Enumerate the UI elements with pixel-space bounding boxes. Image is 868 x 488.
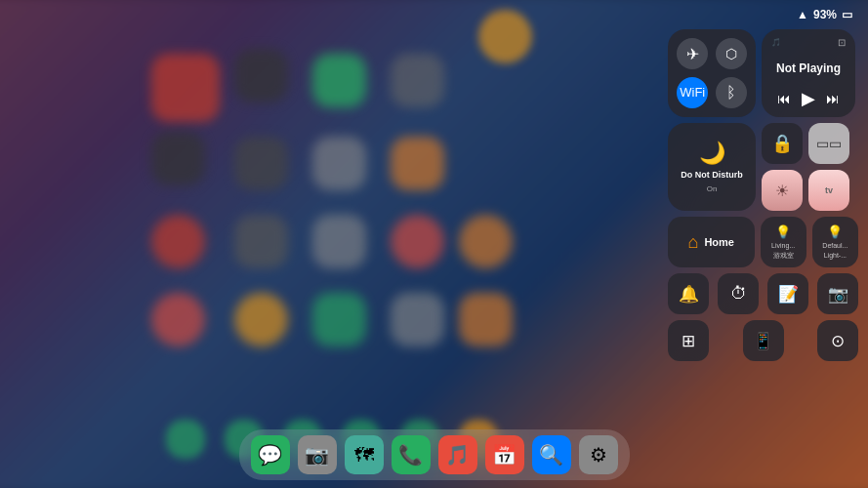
scene1-tile[interactable]: 💡 Living...游戏室 — [761, 217, 806, 267]
home-label: Home — [704, 236, 734, 248]
do-not-disturb-tile[interactable]: 🌙 Do Not Disturb On — [668, 123, 756, 211]
apple-tv-icon: tv — [825, 185, 833, 195]
record-icon: ⊙ — [831, 331, 845, 351]
battery-icon: ▭ — [842, 8, 852, 21]
qr-icon: ⊞ — [682, 331, 695, 351]
brightness-icon: ☀ — [775, 182, 789, 200]
cellular-hotspot-button[interactable]: ⬡ — [716, 38, 747, 69]
dock-item-calendar[interactable]: 📅 — [485, 435, 524, 474]
screen-lock-mirror-row: 🔒 ▭▭ — [762, 123, 855, 164]
brightness-slider[interactable]: ☀ — [762, 170, 803, 211]
now-playing-tile[interactable]: 🎵 ⊡ Not Playing ⏮ ▶ ⏭ — [762, 29, 855, 117]
phone-icon: 📞 — [398, 443, 423, 467]
calendar-icon: 📅 — [492, 443, 517, 467]
mirror-icon: ▭▭ — [816, 136, 842, 151]
control-center: ✈ ⬡ WiFi ᛒ 🎵 ⊡ Not Playing ⏮ ▶ ⏭ — [668, 29, 858, 361]
cc-row-3: ⌂ Home 💡 Living...游戏室 💡 Defaul...Light-.… — [668, 217, 858, 267]
dock-item-maps[interactable]: 🗺 — [345, 435, 384, 474]
battery-percentage: 93% — [813, 8, 837, 21]
note-icon: 📝 — [778, 284, 799, 305]
dnd-status: On — [707, 184, 718, 193]
next-button[interactable]: ⏭ — [826, 91, 840, 106]
clock-icon: ⏱ — [730, 284, 747, 304]
camera-button[interactable]: 📷 — [817, 273, 858, 314]
dnd-label: Do Not Disturb — [681, 170, 743, 182]
now-playing-header: 🎵 ⊡ — [771, 37, 846, 48]
lock-icon: 🔒 — [771, 133, 793, 154]
scene2-icon: 💡 — [827, 224, 843, 239]
screen-record-button[interactable]: ⊙ — [817, 320, 858, 361]
bell-icon: 🔔 — [679, 284, 699, 305]
scene1-label: Living...游戏室 — [771, 241, 795, 259]
hotspot-icon: ⬡ — [725, 46, 737, 61]
dock-item-search[interactable]: 🔍 — [532, 435, 571, 474]
now-playing-title: Not Playing — [771, 48, 846, 88]
now-playing-controls: ⏮ ▶ ⏭ — [771, 88, 846, 109]
home-tile[interactable]: ⌂ Home — [668, 217, 755, 267]
scene2-tile[interactable]: 💡 Defaul...Light-... — [812, 217, 858, 267]
connectivity-tile[interactable]: ✈ ⬡ WiFi ᛒ — [668, 29, 756, 117]
cc-row-5: ⊞ 📱 ⊙ — [668, 320, 858, 361]
camera-icon: 📷 — [828, 284, 848, 305]
messages-icon: 💬 — [258, 443, 282, 467]
right-col: 🔒 ▭▭ ☀ tv — [762, 123, 855, 211]
cc-row-1: ✈ ⬡ WiFi ᛒ 🎵 ⊡ Not Playing ⏮ ▶ ⏭ — [668, 29, 858, 117]
home-icon: ⌂ — [688, 232, 699, 253]
scene2-label: Defaul...Light-... — [822, 241, 847, 259]
remote-icon: 📱 — [753, 331, 773, 351]
previous-button[interactable]: ⏮ — [777, 91, 791, 106]
apple-tv-button[interactable]: tv — [808, 170, 849, 211]
bluetooth-icon: ᛒ — [726, 84, 736, 102]
dock-item-settings[interactable]: ⚙ — [579, 435, 618, 474]
maps-icon: 🗺 — [354, 444, 374, 467]
qr-scanner-button[interactable]: ⊞ — [668, 320, 709, 361]
settings-icon: ⚙ — [590, 443, 607, 467]
cc-row-4: 🔔 ⏱ 📝 📷 — [668, 273, 858, 314]
wifi-icon: WiFi — [680, 85, 705, 100]
play-pause-button[interactable]: ▶ — [802, 88, 815, 109]
wifi-status-icon: ▲ — [797, 8, 808, 21]
dock-item-music[interactable]: 🎵 — [438, 435, 477, 474]
airplane-mode-button[interactable]: ✈ — [677, 38, 708, 69]
alarm-button[interactable]: 🔔 — [668, 273, 709, 314]
dock-item-messages[interactable]: 💬 — [251, 435, 290, 474]
scene1-icon: 💡 — [775, 224, 791, 239]
dock-item-camera[interactable]: 📷 — [298, 435, 337, 474]
search-icon: 🔍 — [539, 443, 563, 467]
camera-dock-icon: 📷 — [305, 443, 329, 467]
screen-mirror-button[interactable]: ▭▭ — [808, 123, 849, 164]
remote-button[interactable]: 📱 — [743, 320, 784, 361]
wifi-button[interactable]: WiFi — [677, 77, 708, 108]
notes-button[interactable]: 📝 — [767, 273, 808, 314]
cc-row-2: 🌙 Do Not Disturb On 🔒 ▭▭ ☀ tv — [668, 123, 858, 211]
bluetooth-button[interactable]: ᛒ — [716, 77, 747, 108]
dock-item-phone[interactable]: 📞 — [392, 435, 431, 474]
dock: 💬 📷 🗺 📞 🎵 📅 🔍 ⚙ — [239, 429, 630, 480]
music-icon: 🎵 — [445, 443, 470, 467]
screen-time-button[interactable]: ⏱ — [718, 273, 759, 314]
airplane-icon: ✈ — [686, 45, 699, 63]
status-bar: ▲ 93% ▭ — [797, 8, 852, 21]
brightness-appletv-row: ☀ tv — [762, 170, 855, 211]
moon-icon: 🌙 — [699, 141, 725, 166]
headphones-icon: 🎵 — [771, 38, 781, 47]
screen-lock-button[interactable]: 🔒 — [762, 123, 803, 164]
airplay-icon[interactable]: ⊡ — [838, 37, 846, 48]
